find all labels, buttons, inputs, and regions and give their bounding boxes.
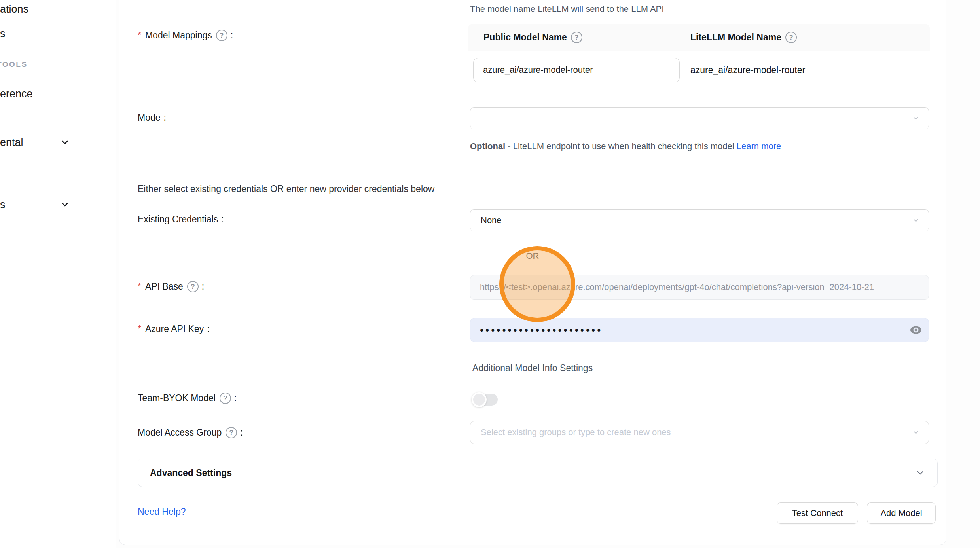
model-mappings-label: Model Mappings: [145, 30, 212, 41]
or-divider: OR: [124, 251, 941, 261]
required-marker: *: [138, 281, 141, 292]
model-mappings-table: Public Model Name ? LiteLLM Model Name ?…: [468, 24, 930, 89]
existing-credentials-label: Existing Credentials: [138, 214, 218, 225]
team-byok-toggle[interactable]: [473, 394, 498, 406]
add-model-screen: ations s TOOLS erence ental s The model …: [0, 0, 980, 548]
model-access-group-placeholder: Select existing groups or type to create…: [481, 427, 671, 438]
chevron-down-icon: [912, 429, 920, 436]
need-help-link[interactable]: Need Help?: [138, 506, 186, 517]
help-icon[interactable]: ?: [216, 30, 227, 41]
model-name-helper-text: The model name LiteLLM will send to the …: [470, 4, 664, 14]
or-divider-text: OR: [526, 251, 539, 261]
add-model-button[interactable]: Add Model: [867, 502, 936, 524]
chevron-down-icon: [912, 114, 920, 122]
help-icon[interactable]: ?: [226, 427, 237, 438]
required-marker: *: [138, 30, 141, 41]
colon: :: [221, 214, 224, 225]
api-base-label-row: * API Base ? :: [138, 281, 204, 292]
table-header: Public Model Name ? LiteLLM Model Name ?: [468, 24, 930, 51]
divider-line: [124, 256, 516, 256]
azure-api-key-field: [470, 318, 929, 342]
api-base-label: API Base: [145, 281, 183, 292]
mode-help-text: Optional - LiteLLM endpoint to use when …: [470, 138, 798, 154]
sidebar-item-settings[interactable]: s: [0, 199, 6, 211]
existing-credentials-value: None: [481, 215, 502, 226]
learn-more-link[interactable]: Learn more: [737, 141, 781, 151]
help-icon[interactable]: ?: [220, 393, 231, 404]
table-row: azure_ai/azure-model-router: [468, 51, 930, 89]
colon: :: [202, 281, 204, 292]
public-model-name-header: Public Model Name ?: [468, 32, 684, 43]
advanced-settings-panel[interactable]: Advanced Settings: [138, 459, 938, 487]
chevron-down-icon: [912, 216, 920, 224]
sidebar: ations s TOOLS erence ental s: [0, 0, 116, 548]
model-access-group-label-row: Model Access Group ? :: [138, 427, 243, 438]
additional-info-divider-text: Additional Model Info Settings: [472, 363, 593, 374]
azure-api-key-label-row: * Azure API Key :: [138, 324, 210, 334]
toggle-visibility-button[interactable]: [907, 321, 925, 339]
required-marker: *: [138, 324, 141, 334]
help-icon[interactable]: ?: [785, 32, 797, 43]
advanced-settings-label: Advanced Settings: [150, 468, 232, 478]
colon: :: [164, 112, 166, 123]
colon: :: [207, 324, 209, 334]
additional-info-divider: Additional Model Info Settings: [124, 363, 941, 373]
litellm-model-name-value: azure_ai/azure-model-router: [680, 65, 805, 76]
help-icon[interactable]: ?: [187, 281, 199, 292]
header-label: LiteLLM Model Name: [690, 32, 781, 43]
help-icon[interactable]: ?: [571, 32, 582, 43]
mode-label-row: Mode :: [138, 112, 166, 123]
colon: :: [240, 427, 243, 438]
public-model-name-input[interactable]: [473, 58, 680, 82]
mode-select[interactable]: [470, 107, 929, 129]
existing-credentials-select[interactable]: None: [470, 209, 929, 231]
team-byok-label-row: Team-BYOK Model ? :: [138, 393, 237, 404]
colon: :: [234, 393, 237, 404]
chevron-down-icon: [60, 138, 70, 147]
model-mappings-label-row: * Model Mappings ? :: [138, 30, 233, 41]
divider-line: [124, 368, 462, 368]
model-access-group-select[interactable]: Select existing groups or type to create…: [470, 421, 929, 444]
colon: :: [231, 30, 233, 41]
api-base-input[interactable]: https://<test>.openai.azure.com/openai/d…: [470, 275, 929, 300]
azure-api-key-input[interactable]: [470, 324, 907, 336]
team-byok-label: Team-BYOK Model: [138, 393, 216, 404]
sidebar-item-experimental[interactable]: ental: [0, 137, 23, 149]
eye-icon: [910, 324, 922, 336]
litellm-model-name-header: LiteLLM Model Name ?: [684, 29, 797, 46]
mode-label: Mode: [138, 112, 161, 123]
sidebar-section-tools: TOOLS: [0, 60, 28, 69]
model-access-group-label: Model Access Group: [138, 427, 222, 438]
sidebar-item-logs[interactable]: s: [0, 28, 6, 40]
test-connect-button[interactable]: Test Connect: [777, 502, 858, 524]
sidebar-item-inference[interactable]: erence: [0, 88, 33, 100]
credentials-note: Either select existing credentials OR en…: [138, 184, 434, 194]
azure-api-key-label: Azure API Key: [145, 324, 204, 334]
optional-label: Optional: [470, 141, 505, 151]
divider-line: [603, 368, 941, 368]
header-label: Public Model Name: [483, 32, 567, 43]
mode-help-rest: - LiteLLM endpoint to use when health ch…: [505, 141, 737, 151]
divider-line: [550, 256, 941, 256]
chevron-down-icon: [915, 468, 925, 478]
sidebar-item-organizations[interactable]: ations: [0, 3, 28, 15]
existing-credentials-label-row: Existing Credentials :: [138, 214, 224, 225]
chevron-down-icon: [60, 200, 70, 209]
toggle-knob: [472, 392, 487, 407]
